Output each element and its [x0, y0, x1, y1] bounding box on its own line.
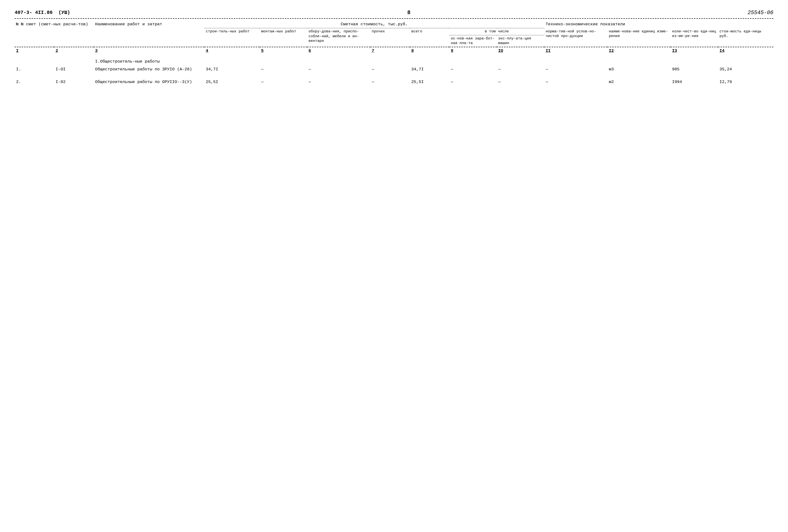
table-row: I. I-OI Общестроительные работы по ЗРУIO…	[15, 65, 773, 74]
main-table-wrapper: № № смет (смет-ных расче-тов) Наименован…	[15, 21, 773, 86]
row2-col8: 25,5I	[410, 78, 449, 86]
col-num-12: I2	[607, 47, 671, 55]
row1-col9: —	[449, 65, 497, 74]
col-num-4: 4	[204, 47, 260, 55]
row2-col7: —	[370, 78, 410, 86]
col-group-smet: № № смет (смет-ных расче-тов)	[15, 21, 94, 47]
col-header-mach: экс-плу-ата-ция машин	[497, 35, 544, 47]
col-header-wage: ос-нов-ная зара-бот-ная пла-та	[449, 35, 497, 47]
row1-col10: —	[497, 65, 544, 74]
col-group-cost: Сметная стоимость, тыс.руб.	[204, 21, 544, 28]
row2-col10: —	[497, 78, 544, 86]
col-header-mount: монтаж-ных работ	[260, 28, 307, 47]
spacer-row	[15, 74, 773, 78]
row2-name: Общестроительные работы по ОРУIIO--3(У)	[94, 78, 204, 86]
row1-col6: —	[307, 65, 370, 74]
row1-col5: —	[260, 65, 307, 74]
col-num-3: 3	[94, 47, 204, 55]
row2-col14: I2,79	[718, 78, 773, 86]
col-header-unitcost: стои-мость еди-ницы руб.	[718, 28, 773, 47]
row1-col14: 35,24	[718, 65, 773, 74]
section-header-row: I.Общестроитель-ные работы	[15, 55, 773, 65]
col-header-equip: обору-дова-ния, приспо-собле-ний, мебели…	[307, 28, 370, 47]
header-row-groups: № № смет (смет-ных расче-тов) Наименован…	[15, 21, 773, 28]
col-header-other: прочих	[370, 28, 410, 47]
col-header-total: всего	[410, 28, 449, 47]
page-header: 407-3- 4II.86 (УШ) 8 25545-06	[15, 10, 773, 16]
col-num-14: I4	[718, 47, 773, 55]
row1-num1: I.	[15, 65, 54, 74]
col-num-7: 7	[370, 47, 410, 55]
col-header-qty: коли-чест-во еди-ниц из-ме-ре-ния	[671, 28, 718, 47]
row1-col4: 34,7I	[204, 65, 260, 74]
col-header-norm: норма-тив-ной услов-но-чистой про-дукции	[544, 28, 608, 47]
row1-num2: I-OI	[54, 65, 94, 74]
row2-col13: I994	[671, 78, 718, 86]
col-num-9: 9	[449, 47, 497, 55]
row1-col11: —	[544, 65, 608, 74]
col-group-tech: Технико-экономические показатели	[544, 21, 773, 28]
col-header-unitname: наиме-нова-ние единиц изме-рения	[607, 28, 671, 47]
row2-col9: —	[449, 78, 497, 86]
row1-col12: м3	[607, 65, 671, 74]
table-row: 2. I-02 Общестроительные работы по ОРУII…	[15, 78, 773, 86]
doc-number: 407-3- 4II.86 (УШ)	[15, 10, 70, 15]
section-num-empty	[15, 55, 94, 65]
section-title: I.Общестроитель-ные работы	[94, 55, 773, 65]
col-num-11: II	[544, 47, 608, 55]
page-number: 8	[407, 10, 411, 16]
doc-code: 25545-06	[748, 10, 773, 16]
row2-num1: 2.	[15, 78, 54, 86]
col-num-10: IO	[497, 47, 544, 55]
col-header-build: строи-тель-ных работ	[204, 28, 260, 47]
col-numbers-row: I 2 3 4 5 6 7 8 9 IO II I2 I3 I4	[15, 47, 773, 55]
row2-col4: 25,5I	[204, 78, 260, 86]
col-num-13: I3	[671, 47, 718, 55]
row1-col13: 985	[671, 65, 718, 74]
row1-col8: 34,7I	[410, 65, 449, 74]
row1-name: Общестроительные работы по ЗРУIO (А-20)	[94, 65, 204, 74]
row2-col5: —	[260, 78, 307, 86]
row1-col7: —	[370, 65, 410, 74]
col-num-8: 8	[410, 47, 449, 55]
col-num-2: 2	[54, 47, 94, 55]
row2-col6: —	[307, 78, 370, 86]
col-num-5: 5	[260, 47, 307, 55]
main-table: № № смет (смет-ных расче-тов) Наименован…	[15, 21, 773, 86]
col-group-name: Наименование работ и затрат	[94, 21, 204, 47]
row2-col11: —	[544, 78, 608, 86]
col-header-incl: в том числе	[449, 28, 544, 35]
col-num-1: I	[15, 47, 54, 55]
row2-num2: I-02	[54, 78, 94, 86]
col-num-6: 6	[307, 47, 370, 55]
row2-col12: м2	[607, 78, 671, 86]
top-divider	[15, 18, 773, 19]
